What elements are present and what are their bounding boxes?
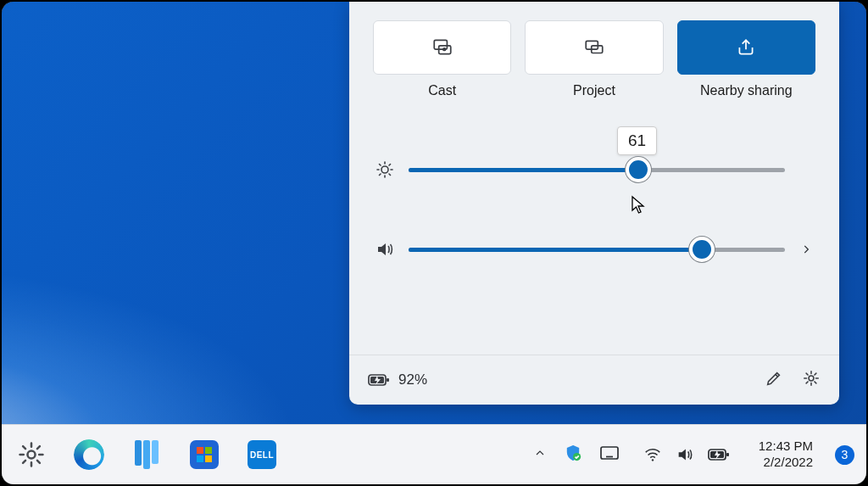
clock-date: 2/2/2022 [764, 455, 813, 471]
files-icon [135, 440, 159, 469]
taskbar-clock[interactable]: 12:43 PM 2/2/2022 [759, 439, 813, 471]
quick-settings-panel: Cast Project Nearby sharing 61 [349, 2, 839, 405]
volume-flyout-arrow[interactable] [797, 243, 815, 255]
svg-line-10 [380, 165, 381, 166]
taskbar-dell-app[interactable]: DELL [244, 437, 280, 472]
svg-rect-15 [387, 378, 389, 382]
taskbar-edge-app[interactable] [71, 437, 107, 472]
project-label: Project [525, 83, 663, 98]
battery-icon [368, 371, 390, 388]
store-icon [190, 440, 219, 469]
svg-line-11 [389, 174, 391, 176]
chevron-up-icon [533, 446, 547, 460]
svg-point-5 [381, 166, 388, 173]
gear-icon [17, 440, 46, 469]
svg-point-30 [652, 459, 654, 461]
cast-icon [431, 36, 453, 59]
svg-line-13 [389, 165, 391, 166]
taskbar-file-explorer-app[interactable] [129, 437, 164, 472]
volume-slider[interactable] [409, 248, 785, 252]
dell-icon: DELL [248, 440, 276, 469]
cast-label: Cast [373, 83, 511, 98]
mouse-cursor [631, 195, 648, 215]
volume-icon [373, 239, 397, 260]
system-tray-network-volume-battery[interactable] [637, 442, 737, 467]
keyboard-icon [599, 444, 620, 461]
taskbar-settings-app[interactable] [14, 437, 49, 472]
battery-percent: 92% [398, 371, 427, 388]
volume-thumb[interactable] [689, 237, 715, 262]
shield-icon [564, 444, 582, 462]
battery-icon [708, 447, 730, 462]
tray-overflow-button[interactable] [533, 446, 547, 463]
brightness-tooltip: 61 [617, 126, 657, 155]
nearby-sharing-tile[interactable] [677, 20, 815, 75]
clock-time: 12:43 PM [759, 439, 813, 455]
tray-input-indicator[interactable] [599, 444, 620, 465]
nearby-sharing-label: Nearby sharing [677, 83, 815, 98]
svg-point-18 [27, 450, 35, 458]
brightness-row [349, 153, 839, 187]
gear-icon [802, 369, 821, 388]
svg-point-17 [809, 376, 814, 381]
cast-tile[interactable] [373, 20, 511, 75]
brightness-icon [373, 159, 397, 180]
tray-security-icon[interactable] [564, 444, 582, 466]
project-icon [583, 36, 605, 59]
wifi-icon [643, 445, 662, 464]
edit-quick-settings-button[interactable] [765, 369, 783, 391]
taskbar: DELL 12:43 PM 2/2/2022 3 [2, 424, 866, 484]
svg-line-12 [380, 174, 381, 176]
brightness-slider[interactable] [409, 168, 785, 172]
project-tile[interactable] [525, 20, 663, 75]
quick-settings-footer: 92% [349, 355, 839, 405]
settings-button[interactable] [802, 369, 821, 391]
svg-point-2 [443, 48, 446, 51]
volume-row [349, 232, 839, 266]
taskbar-microsoft-store-app[interactable] [186, 437, 222, 472]
battery-status[interactable]: 92% [368, 371, 427, 388]
share-icon [735, 36, 757, 59]
edge-icon [74, 439, 104, 470]
brightness-thumb[interactable] [626, 157, 651, 182]
notification-count-badge[interactable]: 3 [835, 445, 854, 465]
pencil-icon [765, 369, 783, 388]
volume-icon [676, 445, 694, 464]
svg-rect-32 [726, 453, 729, 456]
